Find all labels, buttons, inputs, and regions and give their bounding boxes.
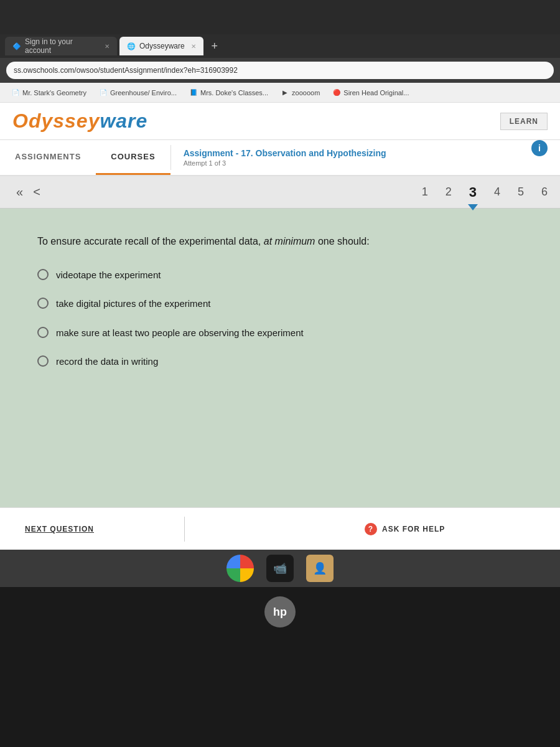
- video-icon[interactable]: 📹: [266, 555, 294, 582]
- bookmark-4[interactable]: ▶ zooooom: [276, 87, 325, 98]
- bookmark1-label: Mr. Stark's Geometry: [22, 89, 86, 96]
- q-num-6[interactable]: 6: [541, 186, 548, 199]
- tab-assignments[interactable]: ASSIGNMENTS: [0, 140, 96, 175]
- taskbar: 📹 👤: [0, 550, 560, 587]
- radio-3[interactable]: [37, 327, 49, 338]
- question-numbers: 1 2 3 4 5 6: [422, 184, 548, 200]
- browser-tab-2[interactable]: 🌐 Odysseyware ✕: [119, 37, 203, 55]
- tab1-icon: 🔷: [12, 42, 21, 50]
- assignments-label: ASSIGNMENTS: [15, 152, 81, 161]
- browser-tab-1[interactable]: 🔷 Sign in to your account ✕: [5, 37, 117, 55]
- option-3-text: make sure at least two people are observ…: [56, 326, 304, 341]
- address-bar[interactable]: ss.owschools.com/owsoo/studentAssignment…: [6, 62, 554, 79]
- info-icon[interactable]: i: [531, 140, 548, 156]
- bookmark-3[interactable]: 📘 Mrs. Doke's Classes...: [184, 87, 273, 98]
- bookmark2-label: Greenhouse/ Enviro...: [110, 89, 177, 96]
- bookmark4-icon: ▶: [281, 88, 289, 97]
- q-num-4[interactable]: 4: [494, 186, 500, 199]
- url-text: ss.owschools.com/owsoo/studentAssignment…: [14, 66, 238, 75]
- answer-option-1[interactable]: videotape the experiment: [37, 268, 523, 283]
- bookmark-1[interactable]: 📄 Mr. Stark's Geometry: [6, 87, 91, 98]
- tab2-close[interactable]: ✕: [191, 43, 196, 50]
- radio-2[interactable]: [37, 298, 49, 309]
- new-tab-button[interactable]: +: [206, 37, 223, 55]
- q-num-5[interactable]: 5: [518, 186, 524, 199]
- tab-courses[interactable]: COURSES: [96, 140, 170, 175]
- webpage: Odysseyware LEARN ASSIGNMENTS COURSES As…: [0, 103, 560, 550]
- single-back-arrow[interactable]: <: [29, 182, 44, 202]
- next-question-button[interactable]: NEXT QUESTION: [25, 525, 94, 533]
- assignment-title: Assignment - 17. Observation and Hypothe…: [184, 148, 386, 158]
- option-2-text: take digital pictures of the experiment: [56, 297, 210, 311]
- tab2-icon: 🌐: [127, 42, 136, 50]
- user-avatar-icon: 👤: [313, 561, 327, 575]
- question-text: To ensure accurate recall of the experim…: [37, 233, 523, 250]
- tab2-label: Odysseyware: [139, 42, 185, 50]
- ask-help-label: ASK FOR HELP: [382, 525, 445, 533]
- content-area: To ensure accurate recall of the experim…: [0, 209, 560, 507]
- q-num-1[interactable]: 1: [422, 186, 428, 199]
- question-nav: « < 1 2 3 4 5 6: [0, 176, 560, 209]
- bookmark2-icon: 📄: [99, 88, 108, 97]
- bookmarks-bar: 📄 Mr. Stark's Geometry 📄 Greenhouse/ Env…: [0, 83, 560, 103]
- answer-option-3[interactable]: make sure at least two people are observ…: [37, 326, 523, 341]
- option-4-text: record the data in writing: [56, 355, 158, 369]
- radio-4[interactable]: [37, 355, 49, 367]
- address-bar-row: ss.owschools.com/owsoo/studentAssignment…: [0, 58, 560, 83]
- chrome-icon[interactable]: [226, 555, 254, 582]
- bookmark4-label: zooooom: [292, 89, 320, 96]
- logo-prefix: Odyssey: [12, 110, 100, 132]
- tab1-close[interactable]: ✕: [105, 43, 110, 50]
- bookmark5-label: Siren Head Original...: [343, 89, 409, 96]
- question-text-part2: one should:: [315, 236, 369, 247]
- footer-divider: [184, 517, 185, 542]
- answer-option-4[interactable]: record the data in writing: [37, 355, 523, 369]
- odysseyware-logo: Odysseyware: [12, 110, 147, 133]
- bookmark-2[interactable]: 📄 Greenhouse/ Enviro...: [94, 87, 182, 98]
- option-1-text: videotape the experiment: [56, 268, 161, 283]
- assignment-info: Assignment - 17. Observation and Hypothe…: [171, 140, 399, 175]
- odysseyware-header: Odysseyware LEARN: [0, 103, 560, 140]
- attempt-label: Attempt 1 of 3: [184, 159, 386, 167]
- q-num-3[interactable]: 3: [469, 184, 477, 200]
- bookmark3-label: Mrs. Doke's Classes...: [200, 89, 268, 96]
- courses-label: COURSES: [111, 152, 155, 161]
- ask-for-help-button[interactable]: ? ASK FOR HELP: [365, 523, 445, 535]
- tab-bar: 🔷 Sign in to your account ✕ 🌐 Odysseywar…: [0, 34, 560, 58]
- video-camera-icon: 📹: [273, 561, 287, 575]
- bottom-dark-bar: hp: [0, 587, 560, 637]
- top-dark-bar: [0, 0, 560, 34]
- q-num-2[interactable]: 2: [446, 186, 452, 199]
- user-icon[interactable]: 👤: [306, 555, 334, 582]
- question-text-em: at minimum: [264, 236, 315, 247]
- answer-option-2[interactable]: take digital pictures of the experiment: [37, 297, 523, 311]
- learn-button[interactable]: LEARN: [500, 113, 548, 130]
- logo-suffix: ware: [100, 110, 147, 132]
- double-back-arrow[interactable]: «: [12, 182, 27, 202]
- question-text-part1: To ensure accurate recall of the experim…: [37, 236, 264, 247]
- bookmark-5[interactable]: 🔴 Siren Head Original...: [327, 87, 414, 98]
- nav-tabs: ASSIGNMENTS COURSES Assignment - 17. Obs…: [0, 140, 560, 176]
- bookmark1-icon: 📄: [11, 88, 20, 97]
- tab1-label: Sign in to your account: [25, 37, 98, 55]
- bookmark3-icon: 📘: [189, 88, 198, 97]
- footer-row: NEXT QUESTION ? ASK FOR HELP: [0, 507, 560, 550]
- radio-1[interactable]: [37, 269, 49, 280]
- bookmark5-icon: 🔴: [332, 88, 341, 97]
- help-icon: ?: [365, 523, 377, 535]
- hp-logo: hp: [264, 596, 296, 627]
